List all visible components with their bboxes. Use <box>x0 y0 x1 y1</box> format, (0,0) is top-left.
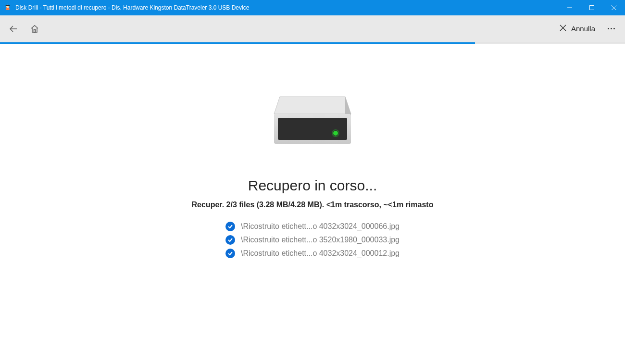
svg-rect-4 <box>6 5 10 6</box>
more-icon <box>608 28 609 29</box>
svg-rect-1 <box>6 8 10 10</box>
app-icon <box>4 4 12 12</box>
file-name: \Ricostruito etichett...o 4032x3024_0000… <box>241 249 400 258</box>
home-button[interactable] <box>25 19 44 38</box>
svg-point-3 <box>8 6 9 6</box>
titlebar-left: Disk Drill - Tutti i metodi di recupero … <box>0 4 559 12</box>
window-title: Disk Drill - Tutti i metodi di recupero … <box>15 4 249 11</box>
more-button[interactable] <box>601 19 621 38</box>
toolbar-right: Annulla <box>555 19 621 38</box>
list-item: \Ricostruito etichett...o 4032x3024_0000… <box>225 249 400 258</box>
cancel-label: Annulla <box>571 25 595 33</box>
file-name: \Ricostruito etichett...o 3520x1980_0000… <box>241 236 400 244</box>
close-icon <box>560 25 566 33</box>
titlebar: Disk Drill - Tutti i metodi di recupero … <box>0 0 625 15</box>
file-name: \Ricostruito etichett...o 4032x3024_0000… <box>241 222 400 231</box>
cancel-button[interactable]: Annulla <box>555 22 600 36</box>
maximize-button[interactable] <box>581 0 603 15</box>
page-heading: Recupero in corso... <box>248 177 377 194</box>
list-item: \Ricostruito etichett...o 4032x3024_0000… <box>225 222 400 231</box>
svg-point-2 <box>7 6 7 6</box>
svg-rect-6 <box>590 6 594 10</box>
progress-bar <box>0 42 625 44</box>
content-area: Recupero in corso... Recuper. 2/3 files … <box>0 44 625 258</box>
toolbar-left <box>4 19 44 38</box>
progress-fill <box>0 42 475 44</box>
status-text: Recuper. 2/3 files (3.28 MB/4.28 MB). <1… <box>192 201 434 209</box>
svg-marker-13 <box>274 97 351 114</box>
recovered-file-list: \Ricostruito etichett...o 4032x3024_0000… <box>225 222 400 258</box>
check-icon <box>225 249 235 258</box>
close-button[interactable] <box>603 0 625 15</box>
svg-rect-10 <box>34 29 36 32</box>
check-icon <box>225 235 235 245</box>
back-button[interactable] <box>4 19 23 38</box>
svg-point-19 <box>333 131 338 136</box>
drive-icon <box>260 92 365 166</box>
check-icon <box>225 222 235 231</box>
list-item: \Ricostruito etichett...o 3520x1980_0000… <box>225 235 400 245</box>
window-controls <box>559 0 625 15</box>
toolbar: Annulla <box>0 15 625 42</box>
minimize-button[interactable] <box>559 0 581 15</box>
